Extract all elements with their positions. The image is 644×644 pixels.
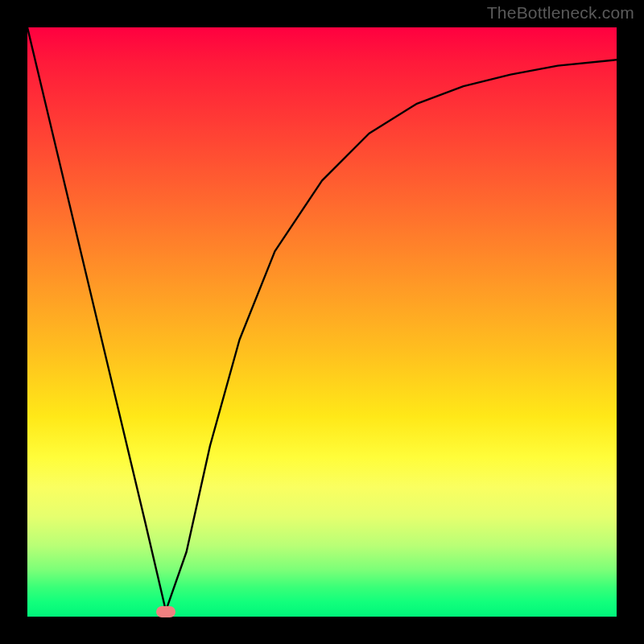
optimal-marker <box>156 606 175 617</box>
curve-path <box>27 27 617 611</box>
bottleneck-curve <box>27 27 617 617</box>
watermark-text: TheBottleneck.com <box>487 3 634 23</box>
plot-area <box>27 27 617 617</box>
chart-frame: TheBottleneck.com <box>0 0 644 644</box>
